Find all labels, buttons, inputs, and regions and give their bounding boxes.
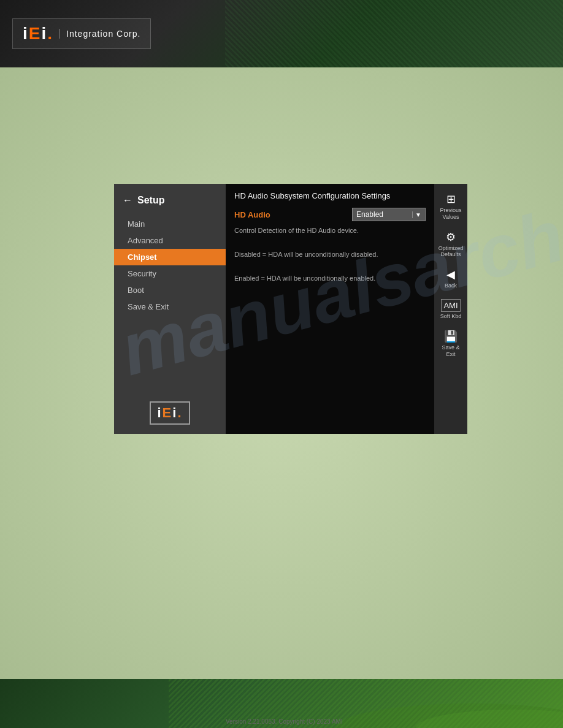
setup-label: Setup bbox=[137, 195, 164, 206]
previous-values-button[interactable]: ⊞ PreviousValues bbox=[434, 189, 467, 224]
main-content: HD Audio Subsystem Configuration Setting… bbox=[226, 184, 434, 434]
setting-value: Enabled bbox=[356, 210, 410, 219]
sidebar-item-security[interactable]: Security bbox=[114, 265, 226, 282]
sidebar-logo: iEi. bbox=[114, 389, 226, 434]
section-title: HD Audio Subsystem Configuration Setting… bbox=[234, 191, 426, 200]
soft-kbd-icon: AMI bbox=[441, 299, 460, 312]
logo-tagline: Integration Corp. bbox=[59, 29, 140, 39]
back-icon: ◀ bbox=[446, 268, 455, 281]
logo-container: iEi. Integration Corp. bbox=[12, 18, 151, 49]
svg-point-0 bbox=[336, 703, 563, 728]
svg-point-1 bbox=[416, 710, 563, 728]
sidebar: ← Setup Main Advanced Chipset Security B… bbox=[114, 184, 226, 434]
setup-title-row: ← Setup bbox=[114, 190, 226, 211]
previous-values-label: PreviousValues bbox=[440, 207, 461, 221]
description-line-1: Control Detection of the HD Audio device… bbox=[234, 226, 426, 235]
back-arrow-icon: ← bbox=[123, 195, 132, 206]
logo-dot: E bbox=[29, 24, 42, 43]
sidebar-item-save-exit[interactable]: Save & Exit bbox=[114, 298, 226, 315]
sidebar-item-boot[interactable]: Boot bbox=[114, 282, 226, 298]
header: iEi. Integration Corp. bbox=[0, 0, 563, 67]
soft-kbd-button[interactable]: AMI Soft Kbd bbox=[434, 295, 467, 324]
optimized-defaults-button[interactable]: ⚙ OptimizedDefaults bbox=[434, 227, 467, 262]
dropdown-arrow-icon: ▼ bbox=[412, 211, 421, 218]
iei-logo-small: iEi. bbox=[150, 401, 190, 425]
save-exit-label: Save & Exit bbox=[437, 344, 465, 358]
save-exit-button[interactable]: 💾 Save & Exit bbox=[434, 326, 467, 362]
back-label: Back bbox=[445, 282, 457, 289]
optimized-defaults-icon: ⚙ bbox=[446, 230, 456, 244]
soft-kbd-label: Soft Kbd bbox=[440, 313, 462, 320]
sidebar-item-advanced[interactable]: Advanced bbox=[114, 232, 226, 249]
description-line-4 bbox=[234, 262, 426, 271]
setting-dropdown[interactable]: Enabled ▼ bbox=[352, 208, 426, 221]
iei-logo: iEi. bbox=[23, 24, 53, 44]
save-exit-icon: 💾 bbox=[444, 330, 458, 343]
previous-values-icon: ⊞ bbox=[446, 192, 456, 206]
sidebar-item-main[interactable]: Main bbox=[114, 216, 226, 232]
description-line-3: Disabled = HDA will be unconditionally d… bbox=[234, 250, 426, 259]
version-text: Version 2.21.0053. Copyright (C) 2023 AM… bbox=[226, 718, 343, 725]
sidebar-item-chipset[interactable]: Chipset bbox=[114, 249, 226, 265]
setting-name: HD Audio bbox=[234, 210, 270, 219]
right-toolbar: ⊞ PreviousValues ⚙ OptimizedDefaults ◀ B… bbox=[434, 184, 467, 434]
back-button[interactable]: ◀ Back bbox=[434, 264, 467, 293]
description-line-5: Enabled = HDA will be unconditionally en… bbox=[234, 274, 426, 283]
hd-audio-row: HD Audio Enabled ▼ bbox=[234, 208, 426, 221]
description-line-2 bbox=[234, 238, 426, 247]
optimized-defaults-label: OptimizedDefaults bbox=[439, 245, 464, 259]
brand-logo: iEi. bbox=[150, 401, 190, 425]
